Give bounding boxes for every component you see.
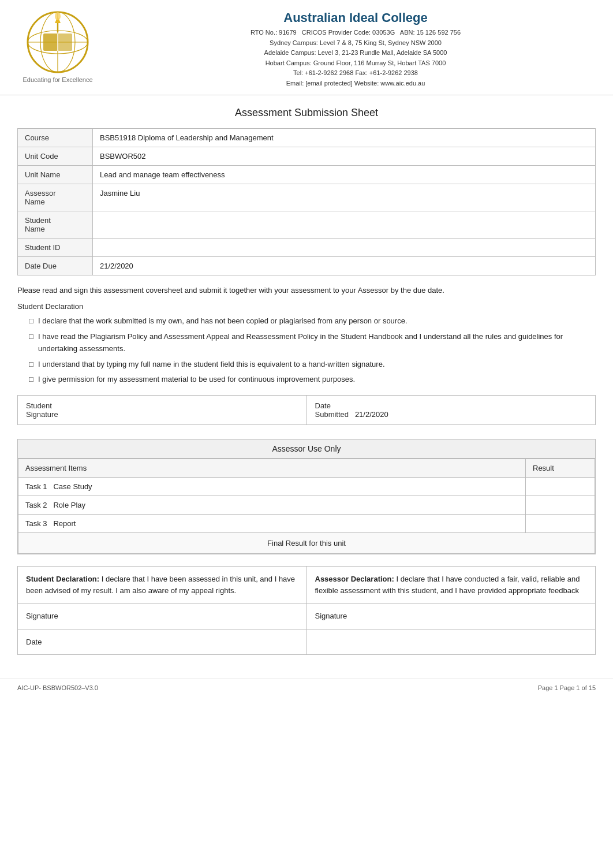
bottom-sig-left: Signature: [18, 603, 307, 629]
date-label-left: Date: [26, 638, 42, 646]
assessor-name-value: Jasmine Liu: [93, 184, 596, 211]
footer-left: AIC-UP- BSBWOR502–V3.0: [17, 684, 98, 691]
header-tel: Tel: +61-2-9262 2968 Fax: +61-2-9262 293…: [115, 68, 596, 79]
declaration-item-2: I have read the Plagiarism Policy and As…: [29, 331, 596, 355]
header-campus2: Adelaide Campus: Level 3, 21-23 Rundle M…: [115, 48, 596, 58]
tagline: Educating for Excellence: [23, 76, 92, 83]
unit-name-value: Lead and manage team effectiveness: [93, 165, 596, 184]
declaration-item-4: I give permission for my assessment mate…: [29, 374, 596, 386]
task2-id: Task 2: [25, 501, 47, 509]
final-result-row: Final Result for this unit: [18, 533, 595, 554]
task3-desc: Report: [53, 519, 76, 528]
assessor-table: Assessment Items Result Task 1 Case Stud…: [18, 459, 595, 554]
info-table: Course BSB51918 Diploma of Leadership an…: [17, 128, 596, 275]
declaration-intro: Please read and sign this assessment cov…: [17, 285, 596, 297]
task1-desc: Case Study: [53, 482, 92, 491]
logo-section: Educating for Excellence: [12, 10, 104, 83]
assessor-section: Assessor Use Only Assessment Items Resul…: [17, 439, 596, 554]
assessor-decl-cell: Assessor Declaration: I declare that I h…: [306, 567, 596, 603]
svg-point-10: [55, 12, 61, 20]
task-row-1: Task 1 Case Study: [18, 478, 595, 496]
header-campus1: Sydney Campus: Level 7 & 8, 75 King St, …: [115, 38, 596, 49]
date-submitted-cell: DateSubmitted 21/2/2020: [306, 396, 596, 425]
sig-label-right: Signature: [315, 612, 347, 620]
task3-id-cell: Task 3 Report: [18, 515, 526, 533]
course-row: Course BSB51918 Diploma of Leadership an…: [18, 128, 596, 147]
task1-result: [526, 478, 595, 496]
svg-rect-6: [58, 33, 72, 51]
declaration-item-1: I declare that the work submitted is my …: [29, 315, 596, 327]
task-row-2: Task 2 Role Play: [18, 496, 595, 515]
footer-right: Page 1 Page 1 of 15: [538, 684, 596, 691]
student-decl-cell: Student Declaration: I declare that I ha…: [18, 567, 307, 603]
task3-result: [526, 515, 595, 533]
student-name-label: StudentName: [18, 211, 93, 238]
sheet-title: Assessment Submission Sheet: [17, 107, 596, 119]
student-id-label: Student ID: [18, 238, 93, 256]
assessor-section-title: Assessor Use Only: [18, 439, 595, 459]
date-due-label: Date Due: [18, 256, 93, 275]
unit-code-value: BSBWOR502: [93, 147, 596, 165]
main-content: Assessment Submission Sheet Course BSB51…: [0, 95, 613, 673]
declaration-item-3: I understand that by typing my full name…: [29, 359, 596, 371]
declaration-section: Please read and sign this assessment cov…: [17, 285, 596, 386]
col-items-header: Assessment Items: [18, 459, 526, 478]
bottom-sig-right: Signature: [306, 603, 596, 629]
page-header: Educating for Excellence Australian Idea…: [0, 0, 613, 95]
task2-id-cell: Task 2 Role Play: [18, 496, 526, 515]
header-info: Australian Ideal College RTO No.: 91679 …: [104, 10, 596, 89]
header-campus3: Hobart Campus: Ground Floor, 116 Murray …: [115, 58, 596, 69]
unit-code-row: Unit Code BSBWOR502: [18, 147, 596, 165]
final-result-label: Final Result for this unit: [18, 533, 595, 554]
student-name-value[interactable]: [93, 211, 596, 238]
course-value: BSB51918 Diploma of Leadership and Manag…: [93, 128, 596, 147]
bottom-declarations: Student Declaration: I declare that I ha…: [17, 566, 596, 655]
date-due-row: Date Due 21/2/2020: [18, 256, 596, 275]
assessor-name-label: AssessorName: [18, 184, 93, 211]
col-result-header: Result: [526, 459, 595, 478]
task1-id: Task 1: [25, 482, 47, 491]
declaration-heading: Student Declaration: [17, 301, 596, 313]
college-logo: [26, 10, 89, 74]
signature-table: StudentSignature DateSubmitted 21/2/2020: [17, 395, 596, 425]
student-signature-cell: StudentSignature: [18, 396, 307, 425]
course-label: Course: [18, 128, 93, 147]
date-due-value: 21/2/2020: [93, 256, 596, 275]
bottom-date-right: [306, 629, 596, 655]
header-rto-line: RTO No.: 91679 CRICOS Provider Code: 030…: [115, 28, 596, 38]
student-name-row: StudentName: [18, 211, 596, 238]
date-submitted-value: 21/2/2020: [355, 410, 388, 419]
task1-id-cell: Task 1 Case Study: [18, 478, 526, 496]
sig-label-left: Signature: [26, 612, 58, 620]
student-decl-label: Student Declaration:: [26, 575, 99, 583]
declaration-list: I declare that the work submitted is my …: [29, 315, 596, 386]
task-row-3: Task 3 Report: [18, 515, 595, 533]
svg-rect-5: [43, 33, 58, 51]
student-id-value[interactable]: [93, 238, 596, 256]
assessor-name-row: AssessorName Jasmine Liu: [18, 184, 596, 211]
header-email: Email: [email protected] Website: www.ai…: [115, 79, 596, 89]
page-footer: AIC-UP- BSBWOR502–V3.0 Page 1 Page 1 of …: [0, 678, 613, 697]
unit-code-label: Unit Code: [18, 147, 93, 165]
bottom-date-left: Date: [18, 629, 307, 655]
unit-name-label: Unit Name: [18, 165, 93, 184]
assessor-decl-label: Assessor Declaration:: [315, 575, 394, 583]
task3-id: Task 3: [25, 519, 47, 528]
task2-desc: Role Play: [53, 501, 85, 509]
college-name: Australian Ideal College: [115, 10, 596, 25]
unit-name-row: Unit Name Lead and manage team effective…: [18, 165, 596, 184]
student-id-row: Student ID: [18, 238, 596, 256]
task2-result: [526, 496, 595, 515]
